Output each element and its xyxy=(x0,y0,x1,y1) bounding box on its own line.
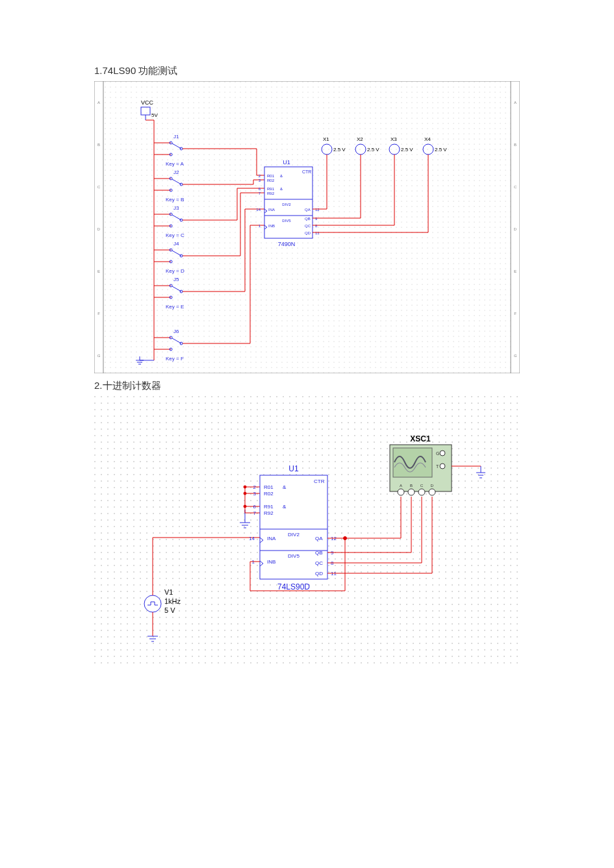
circuit-2: V1 1kHz 5 V U1 74LS90D CTR 2 R01 & 3 xyxy=(94,396,520,669)
svg-text:D: D xyxy=(431,484,434,488)
svg-text:R01: R01 xyxy=(264,484,274,490)
svg-text:11: 11 xyxy=(315,231,320,235)
svg-text:T: T xyxy=(436,464,439,469)
svg-text:14: 14 xyxy=(249,536,255,541)
svg-text:J6: J6 xyxy=(173,329,179,334)
svg-text:E: E xyxy=(514,269,517,273)
svg-text:X1: X1 xyxy=(323,136,329,142)
svg-text:6: 6 xyxy=(253,504,257,510)
svg-text:Key = C: Key = C xyxy=(166,232,185,238)
svg-text:QB: QB xyxy=(305,217,311,221)
svg-point-185 xyxy=(440,464,445,469)
svg-text:74LS90D: 74LS90D xyxy=(277,582,310,591)
svg-text:QD: QD xyxy=(315,571,323,577)
svg-text:X3: X3 xyxy=(390,136,397,142)
svg-text:J3: J3 xyxy=(173,205,179,211)
svg-point-188 xyxy=(398,489,404,495)
svg-text:B: B xyxy=(514,143,517,147)
svg-text:R91: R91 xyxy=(267,187,275,191)
svg-text:QD: QD xyxy=(305,231,311,235)
svg-text:R02: R02 xyxy=(267,179,275,182)
svg-text:J2: J2 xyxy=(173,169,179,175)
svg-text:X4: X4 xyxy=(424,136,431,142)
svg-point-184 xyxy=(440,451,445,456)
svg-text:A: A xyxy=(97,101,100,105)
svg-text:F: F xyxy=(97,312,100,316)
svg-text:D: D xyxy=(97,227,101,231)
svg-text:QA: QA xyxy=(305,208,311,212)
svg-text:2.5 V: 2.5 V xyxy=(367,147,379,153)
svg-text:5 V: 5 V xyxy=(164,606,175,614)
svg-text:R92: R92 xyxy=(267,192,275,195)
svg-text:1kHz: 1kHz xyxy=(164,597,181,605)
svg-text:Key = D: Key = D xyxy=(166,268,185,274)
svg-text:F: F xyxy=(514,312,517,316)
svg-text:VCC: VCC xyxy=(141,99,154,106)
svg-text:DIV2: DIV2 xyxy=(282,203,291,206)
svg-text:INA: INA xyxy=(268,208,275,212)
section-1-title: 1.74LS90 功能测试 xyxy=(94,65,614,77)
svg-text:C: C xyxy=(97,185,101,189)
svg-text:A: A xyxy=(514,101,517,105)
svg-text:XSC1: XSC1 xyxy=(410,434,431,443)
svg-text:B: B xyxy=(410,484,413,488)
svg-text:Key = A: Key = A xyxy=(166,161,184,167)
svg-text:R91: R91 xyxy=(264,504,274,510)
svg-text:J1: J1 xyxy=(173,134,179,140)
svg-text:CTR: CTR xyxy=(314,478,325,484)
svg-point-190 xyxy=(418,489,425,495)
svg-text:J5: J5 xyxy=(173,277,179,282)
svg-text:A: A xyxy=(400,484,402,488)
svg-text:2.5 V: 2.5 V xyxy=(435,147,447,153)
svg-text:INB: INB xyxy=(268,224,275,228)
svg-text:&: & xyxy=(280,174,283,178)
svg-text:J4: J4 xyxy=(173,241,179,247)
svg-text:INA: INA xyxy=(267,536,276,541)
svg-point-148 xyxy=(244,492,246,495)
svg-text:C: C xyxy=(514,185,517,189)
svg-text:G: G xyxy=(97,354,101,358)
svg-text:E: E xyxy=(97,269,100,273)
svg-text:7490N: 7490N xyxy=(278,241,296,247)
svg-text:U1: U1 xyxy=(288,464,299,473)
svg-text:QA: QA xyxy=(315,536,323,541)
svg-text:3: 3 xyxy=(253,491,257,497)
svg-text:5V: 5V xyxy=(151,112,158,118)
svg-text:B: B xyxy=(97,143,100,147)
svg-text:DIV2: DIV2 xyxy=(288,532,300,538)
svg-text:2.5 V: 2.5 V xyxy=(333,147,346,153)
svg-text:QC: QC xyxy=(305,224,311,228)
section-2-title: 2.十进制计数器 xyxy=(94,380,614,392)
svg-text:&: & xyxy=(280,187,283,191)
svg-text:&: & xyxy=(283,484,287,490)
svg-point-129 xyxy=(144,595,161,612)
svg-text:DIV5: DIV5 xyxy=(288,553,300,559)
svg-text:2: 2 xyxy=(253,484,257,490)
svg-text:QC: QC xyxy=(315,560,323,566)
svg-text:7: 7 xyxy=(253,510,257,516)
svg-text:2.5 V: 2.5 V xyxy=(401,147,413,153)
circuit-1: A B C D E F G A B C D E F G VCC 5V xyxy=(94,81,520,373)
svg-point-191 xyxy=(429,489,435,495)
svg-text:G: G xyxy=(514,354,517,358)
svg-point-149 xyxy=(244,505,246,508)
svg-text:D: D xyxy=(514,227,517,231)
svg-text:U1: U1 xyxy=(283,159,290,166)
svg-text:G: G xyxy=(436,451,439,456)
svg-text:Key = E: Key = E xyxy=(166,304,184,310)
svg-text:V1: V1 xyxy=(164,588,173,596)
svg-text:X2: X2 xyxy=(357,136,363,142)
svg-text:R92: R92 xyxy=(264,510,274,516)
svg-text:Key = F: Key = F xyxy=(166,356,184,362)
svg-text:R02: R02 xyxy=(264,491,274,497)
svg-text:QB: QB xyxy=(315,550,323,556)
svg-text:C: C xyxy=(420,484,424,488)
svg-text:Key = B: Key = B xyxy=(166,197,184,203)
svg-text:12: 12 xyxy=(315,208,320,212)
svg-text:&: & xyxy=(283,504,287,510)
svg-text:R01: R01 xyxy=(267,174,275,178)
svg-text:14: 14 xyxy=(256,208,261,212)
svg-text:DIV5: DIV5 xyxy=(282,219,291,223)
svg-text:CTR: CTR xyxy=(302,169,311,174)
svg-point-189 xyxy=(408,489,415,495)
